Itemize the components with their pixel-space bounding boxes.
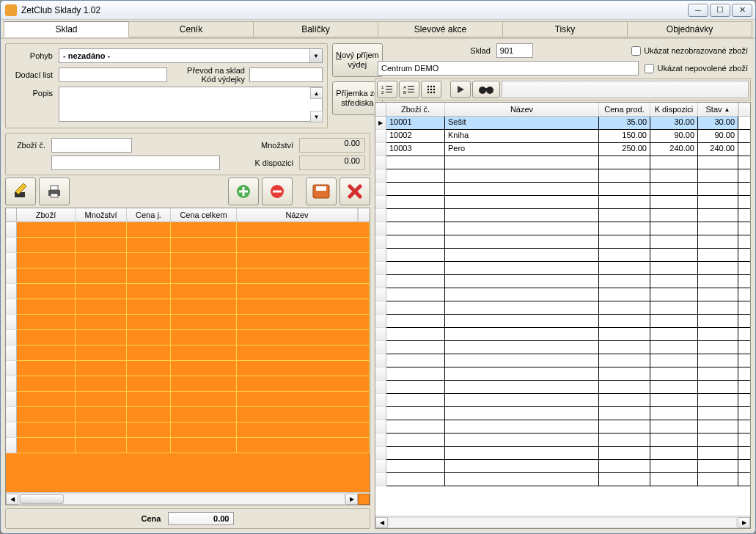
chk-nepovolene[interactable]: Ukázat nepovolené zboží [645,64,748,73]
scroll-down-icon[interactable]: ▼ [310,111,323,122]
table-row[interactable] [6,299,370,315]
table-row[interactable] [375,222,750,235]
add-button[interactable] [228,178,259,205]
table-row[interactable] [6,423,370,438]
minimize-button[interactable]: ─ [688,4,708,17]
col2-zbozi[interactable]: Zboží č. [386,103,445,116]
items-grid[interactable]: Zboží Množství Cena j. Cena celkem Název… [5,208,370,505]
prevod-input[interactable] [249,67,323,82]
scroll-up-icon[interactable]: ▲ [310,87,323,99]
tab-objednavky[interactable]: Objednávky [627,21,752,37]
col-nazev[interactable]: Název [237,208,358,222]
view-grid-icon[interactable] [421,81,441,98]
remove-button[interactable] [262,178,293,205]
table-row[interactable]: 10003Pero250.00240.00240.00 [375,143,750,156]
table-row[interactable] [6,238,370,253]
chevron-down-icon[interactable]: ▼ [309,49,322,62]
horizontal-scrollbar[interactable] [389,517,737,528]
pohyb-combo[interactable]: - nezadáno - ▼ [59,48,323,63]
table-row[interactable] [6,361,370,376]
tab-cenik[interactable]: Ceník [128,21,254,37]
tab-sklad[interactable]: Sklad [4,21,129,37]
dodaci-list-input[interactable] [59,67,167,82]
col-cena-j[interactable]: Cena j. [127,208,171,222]
search-area[interactable] [502,81,749,98]
table-row[interactable] [375,447,750,460]
table-row[interactable] [6,330,370,345]
play-button[interactable] [450,81,471,98]
col2-stav[interactable]: Stav▲ [698,103,738,116]
col2-cena-prod[interactable]: Cena prod. [599,103,650,116]
table-row[interactable] [6,438,370,453]
view-list-alpha-icon[interactable]: AB [399,81,419,98]
tab-tisky[interactable]: Tisky [502,21,628,37]
col2-nazev[interactable]: Název [445,103,599,116]
table-row[interactable] [6,392,370,407]
table-row[interactable] [6,407,370,423]
cancel-button[interactable] [340,178,370,205]
table-row[interactable] [6,284,370,299]
table-row[interactable] [375,249,750,262]
table-row[interactable] [6,253,370,268]
table-row[interactable] [375,420,750,434]
table-row[interactable] [375,328,750,341]
table-row[interactable] [375,209,750,222]
edit-item-button[interactable] [5,178,36,205]
prevod-label: Převod na sklad [172,66,245,75]
right-toolbar: 12 AB [375,78,751,100]
table-row[interactable] [375,262,750,275]
scroll-right-icon[interactable]: ▶ [738,517,750,528]
chk-nezobrazovane[interactable]: Ukázat nezobrazované zboží [631,46,748,56]
svg-rect-11 [386,89,392,89]
table-row[interactable] [375,460,750,473]
table-row[interactable] [375,156,750,169]
table-row[interactable] [375,367,750,381]
zbozi-cislo-input[interactable] [51,138,132,153]
scroll-right-icon[interactable]: ▶ [345,494,358,505]
table-row[interactable] [375,354,750,367]
close-button[interactable]: ✕ [732,4,752,17]
table-row[interactable] [375,341,750,354]
table-row[interactable] [6,315,370,330]
table-row[interactable] [375,381,750,394]
table-row[interactable] [375,315,750,328]
table-row[interactable] [6,376,370,392]
table-row[interactable] [375,169,750,183]
table-row[interactable] [6,222,370,238]
col-mnozstvi[interactable]: Množství [76,208,127,222]
table-row[interactable] [375,235,750,249]
table-row[interactable]: ▶10001Sešit35.0030.0030.00 [375,117,750,130]
sklad-input[interactable] [496,43,533,58]
zbozi-cislo-label: Zboží č. [10,141,47,150]
table-row[interactable] [375,301,750,315]
col2-kdispozici[interactable]: K dispozici [650,103,698,116]
save-button[interactable] [306,178,337,205]
table-row[interactable] [375,288,750,301]
print-button[interactable] [39,178,70,205]
popis-textarea[interactable] [59,87,323,122]
table-row[interactable] [6,345,370,361]
view-list-numbered-icon[interactable]: 12 [377,81,397,98]
table-row[interactable] [375,275,750,288]
stock-grid[interactable]: Zboží č. Název Cena prod. K dispozici St… [375,102,751,529]
table-row[interactable] [375,196,750,209]
app-icon [5,4,17,16]
table-row[interactable] [375,473,750,486]
table-row[interactable] [375,394,750,407]
maximize-button[interactable]: ☐ [710,4,730,17]
centrum-input[interactable] [378,61,639,76]
table-row[interactable] [6,268,370,284]
table-row[interactable]: 10002Kniha150.0090.0090.00 [375,130,750,143]
scroll-left-icon[interactable]: ◀ [375,517,388,528]
col-zbozi[interactable]: Zboží [17,208,76,222]
zbozi-nazev-input[interactable] [51,156,220,170]
tab-slevove-akce[interactable]: Slevové akce [378,21,503,37]
scroll-left-icon[interactable]: ◀ [6,494,18,505]
table-row[interactable] [375,407,750,420]
binoculars-search-icon[interactable] [472,81,500,98]
table-row[interactable] [375,183,750,196]
col-cena-celkem[interactable]: Cena celkem [171,208,237,222]
horizontal-scrollbar[interactable] [19,494,345,505]
table-row[interactable] [375,434,750,447]
tab-balicky[interactable]: Balíčky [253,21,378,37]
